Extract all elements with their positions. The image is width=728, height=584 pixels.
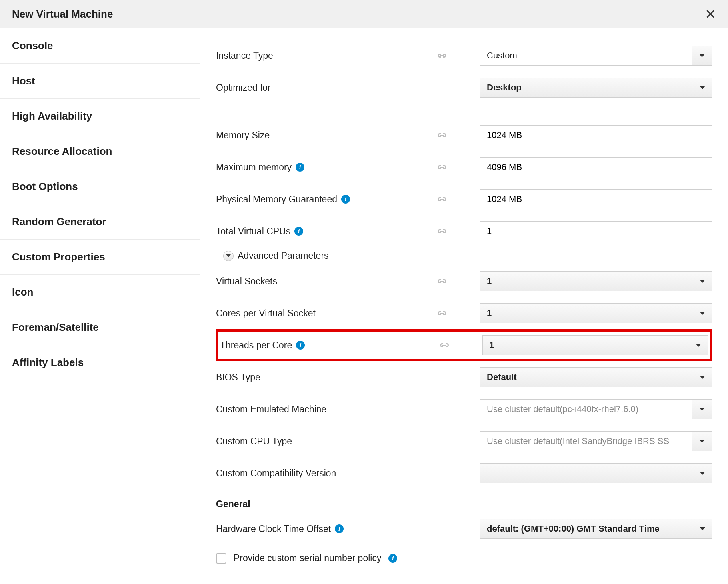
serial-policy-label: Provide custom serial number policy [234, 553, 381, 564]
sidebar-item-custom-properties[interactable]: Custom Properties [0, 240, 200, 275]
threads-per-core-label: Threads per Core [220, 340, 292, 351]
instance-type-value: Custom [480, 50, 692, 61]
phys-mem-label: Physical Memory Guaranteed [216, 194, 337, 205]
hw-clock-select[interactable]: default: (GMT+00:00) GMT Standard Time [480, 519, 712, 539]
chevron-down-icon [692, 400, 712, 419]
sidebar-item-affinity-labels[interactable]: Affinity Labels [0, 345, 200, 380]
advanced-params-label: Advanced Parameters [238, 250, 329, 261]
info-icon[interactable]: i [296, 163, 304, 172]
threads-per-core-value: 1 [489, 340, 494, 350]
form-content: Other OS Instance Type Custom [200, 28, 728, 584]
chevron-down-icon [692, 46, 712, 65]
custom-cpu-label: Custom CPU Type [216, 436, 292, 447]
row-phys-mem: Physical Memory Guaranteedi [216, 183, 712, 215]
chevron-down-icon [700, 527, 705, 530]
advanced-params-toggle[interactable]: Advanced Parameters [223, 250, 712, 261]
row-bios-type: BIOS Type Default [216, 361, 712, 393]
info-icon[interactable]: i [341, 195, 350, 204]
section-general: General [216, 499, 712, 510]
chevron-down-icon [700, 472, 705, 475]
row-operating-system: Other OS [216, 28, 712, 40]
info-icon[interactable]: i [296, 341, 305, 350]
dialog-title: New Virtual Machine [12, 8, 113, 20]
row-custom-emu: Custom Emulated Machine Use cluster defa… [216, 393, 712, 425]
row-cores-per-socket: Cores per Virtual Socket 1 [216, 297, 712, 329]
row-total-vcpus: Total Virtual CPUsi [216, 215, 712, 247]
chevron-down-icon [692, 432, 712, 451]
max-memory-label: Maximum memory [216, 162, 292, 173]
cores-per-socket-value: 1 [487, 308, 492, 318]
cores-per-socket-select[interactable]: 1 [480, 303, 712, 323]
row-hw-clock: Hardware Clock Time Offseti default: (GM… [216, 513, 712, 545]
sidebar-item-icon[interactable]: Icon [0, 275, 200, 310]
chevron-down-icon [696, 344, 701, 347]
chain-icon [436, 52, 480, 59]
serial-policy-checkbox[interactable] [216, 553, 226, 564]
sidebar-item-foreman-satellite[interactable]: Foreman/Satellite [0, 310, 200, 345]
virtual-sockets-value: 1 [487, 276, 492, 286]
chain-icon [436, 228, 480, 235]
sidebar-item-resource-allocation[interactable]: Resource Allocation [0, 134, 200, 169]
bios-type-value: Default [487, 372, 517, 382]
custom-compat-label: Custom Compatibility Version [216, 468, 336, 479]
sidebar-item-console[interactable]: Console [0, 28, 200, 64]
custom-compat-select[interactable] [480, 463, 712, 483]
custom-emu-value: Use cluster default(pc-i440fx-rhel7.6.0) [480, 404, 692, 414]
optimized-for-select[interactable]: Desktop [480, 78, 712, 98]
chevron-down-icon [700, 86, 705, 89]
hw-clock-value: default: (GMT+00:00) GMT Standard Time [487, 524, 660, 534]
chain-icon [438, 342, 482, 349]
custom-cpu-select[interactable]: Use cluster default(Intel SandyBridge IB… [480, 431, 712, 451]
cores-per-socket-label: Cores per Virtual Socket [216, 308, 316, 319]
custom-cpu-value: Use cluster default(Intel SandyBridge IB… [480, 436, 692, 446]
row-virtual-sockets: Virtual Sockets 1 [216, 265, 712, 297]
new-vm-dialog: New Virtual Machine ✕ Console Host High … [0, 0, 728, 584]
dialog-header: New Virtual Machine ✕ [0, 0, 728, 28]
instance-type-select[interactable]: Custom [480, 46, 712, 66]
optimized-for-value: Desktop [487, 82, 522, 93]
chevron-down-icon [700, 312, 705, 315]
chevron-down-icon [700, 376, 705, 379]
chain-icon [436, 164, 480, 171]
chevron-down-icon [700, 280, 705, 283]
optimized-for-label: Optimized for [216, 82, 271, 93]
virtual-sockets-select[interactable]: 1 [480, 271, 712, 291]
total-vcpus-input[interactable] [480, 221, 712, 241]
hw-clock-label: Hardware Clock Time Offset [216, 524, 331, 534]
phys-mem-input[interactable] [480, 189, 712, 209]
memory-size-input[interactable] [480, 125, 712, 145]
row-optimized-for: Optimized for Desktop [216, 72, 712, 104]
chain-icon [436, 196, 480, 203]
info-icon[interactable]: i [388, 554, 397, 563]
chain-icon [436, 278, 480, 285]
threads-per-core-select[interactable]: 1 [482, 335, 708, 355]
bios-type-select[interactable]: Default [480, 367, 712, 387]
bios-type-label: BIOS Type [216, 372, 260, 383]
divider [200, 111, 728, 111]
row-instance-type: Instance Type Custom [216, 40, 712, 72]
info-icon[interactable]: i [294, 227, 303, 236]
dialog-body: Console Host High Availability Resource … [0, 28, 728, 584]
chain-icon [436, 310, 480, 317]
row-custom-compat: Custom Compatibility Version [216, 457, 712, 489]
memory-size-label: Memory Size [216, 130, 270, 141]
row-max-memory: Maximum memoryi [216, 151, 712, 183]
custom-emu-select[interactable]: Use cluster default(pc-i440fx-rhel7.6.0) [480, 399, 712, 419]
row-custom-cpu: Custom CPU Type Use cluster default(Inte… [216, 425, 712, 457]
total-vcpus-label: Total Virtual CPUs [216, 226, 290, 237]
row-serial-policy: Provide custom serial number policy i [216, 553, 712, 564]
virtual-sockets-label: Virtual Sockets [216, 276, 277, 287]
sidebar-item-high-availability[interactable]: High Availability [0, 99, 200, 134]
chain-icon [436, 132, 480, 139]
close-icon[interactable]: ✕ [705, 7, 716, 21]
row-threads-per-core: Threads per Corei 1 [216, 329, 712, 361]
info-icon[interactable]: i [335, 524, 344, 533]
sidebar-item-random-generator[interactable]: Random Generator [0, 204, 200, 240]
row-memory-size: Memory Size [216, 119, 712, 151]
sidebar-item-host[interactable]: Host [0, 64, 200, 99]
sidebar: Console Host High Availability Resource … [0, 28, 200, 584]
instance-type-label: Instance Type [216, 50, 273, 61]
expand-icon [223, 251, 234, 261]
sidebar-item-boot-options[interactable]: Boot Options [0, 169, 200, 204]
max-memory-input[interactable] [480, 157, 712, 177]
